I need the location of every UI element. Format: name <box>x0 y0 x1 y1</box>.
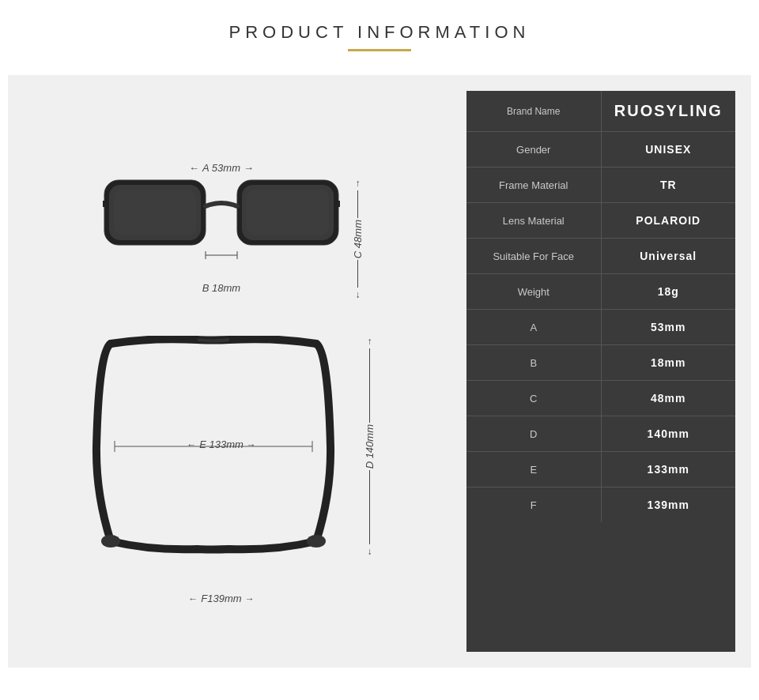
spec-value: 48mm <box>602 381 736 416</box>
arrow-left-a: ← <box>189 162 199 174</box>
main-content: ← A 53mm → <box>8 75 751 668</box>
specs-table: Brand NameRUOSYLINGGenderUNISEXFrame Mat… <box>466 91 735 652</box>
page-title: PRODUCT INFORMATION <box>0 22 759 43</box>
spec-value: 18g <box>602 274 736 309</box>
spec-label: Weight <box>466 274 602 309</box>
spec-label: F <box>466 487 602 522</box>
svg-point-11 <box>101 535 120 548</box>
spec-label: E <box>466 452 602 487</box>
spec-value: 140mm <box>602 416 736 451</box>
spec-label: D <box>466 416 602 451</box>
glasses-front-section: ← A 53mm → <box>87 162 356 288</box>
spec-row-brand-name: Brand NameRUOSYLING <box>466 91 735 132</box>
spec-value: TR <box>602 167 736 202</box>
spec-value: POLAROID <box>602 203 736 238</box>
spec-row-f: F139mm <box>466 487 735 522</box>
dim-d-label: D 140mm <box>364 424 376 469</box>
spec-value: Universal <box>602 239 736 273</box>
spec-label: C <box>466 381 602 416</box>
svg-point-12 <box>307 535 326 548</box>
glasses-front-svg <box>103 176 340 263</box>
svg-rect-4 <box>114 190 196 235</box>
dim-b-label: B 18mm <box>202 282 240 294</box>
spec-row-weight: Weight18g <box>466 274 735 310</box>
spec-value: 53mm <box>602 310 736 344</box>
arrow-right-a: → <box>244 162 254 174</box>
spec-row-b: B18mm <box>466 345 735 381</box>
spec-value: 133mm <box>602 452 736 487</box>
spec-row-e: E133mm <box>466 452 735 487</box>
spec-label: A <box>466 310 602 344</box>
spec-row-suitable-for-face: Suitable For FaceUniversal <box>466 239 735 274</box>
glasses-back-section: ← E 133mm → ↑ D 140mm ↓ ← F139mm → <box>79 336 364 581</box>
spec-row-d: D140mm <box>466 416 735 452</box>
dim-e-label: E 133mm <box>199 438 244 450</box>
spec-value: UNISEX <box>602 132 736 167</box>
spec-row-a: A53mm <box>466 310 735 345</box>
dim-c-label: C 48mm <box>352 220 364 258</box>
spec-label: Frame Material <box>466 167 602 202</box>
title-underline <box>348 49 411 51</box>
spec-row-c: C48mm <box>466 381 735 416</box>
spec-value: 139mm <box>602 487 736 522</box>
dim-a-label: A 53mm <box>202 162 240 174</box>
diagram-wrapper: ← A 53mm → <box>63 130 411 612</box>
spec-value: 18mm <box>602 345 736 380</box>
dim-f-label: F139mm <box>201 593 241 604</box>
spec-row-lens-material: Lens MaterialPOLAROID <box>466 203 735 239</box>
svg-rect-5 <box>247 190 329 235</box>
spec-label: Gender <box>466 132 602 167</box>
spec-label: Brand Name <box>466 91 602 131</box>
spec-value: RUOSYLING <box>602 91 736 131</box>
spec-row-frame-material: Frame MaterialTR <box>466 167 735 203</box>
spec-label: Suitable For Face <box>466 239 602 273</box>
page-header: PRODUCT INFORMATION <box>0 0 759 59</box>
diagram-area: ← A 53mm → <box>24 91 451 652</box>
spec-label: B <box>466 345 602 380</box>
spec-row-gender: GenderUNISEX <box>466 132 735 167</box>
spec-label: Lens Material <box>466 203 602 238</box>
